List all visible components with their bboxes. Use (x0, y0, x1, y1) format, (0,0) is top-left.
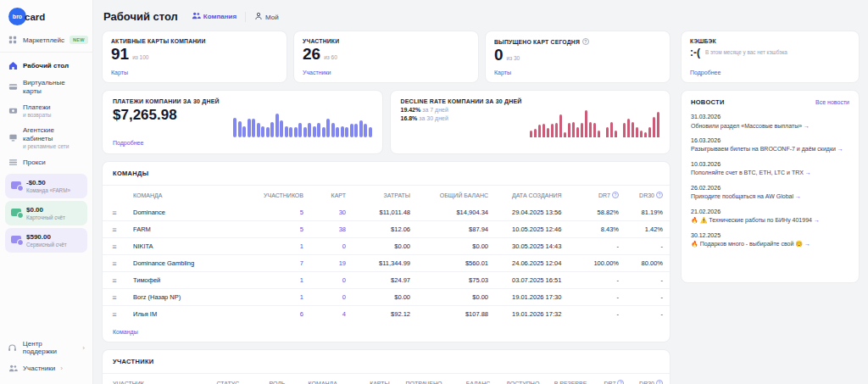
decline-bar (589, 122, 593, 137)
payments-bar (280, 120, 283, 137)
teams-col-дата создания: ДАТА СОЗДАНИЯ (495, 186, 580, 204)
teams-footer-link[interactable]: Команды (103, 322, 670, 342)
decline-bar (598, 131, 601, 137)
team-name[interactable]: Илья IM (126, 306, 254, 323)
payments-chart-info: ПЛАТЕЖИ КОМПАНИИ ЗА 30 ДНЕЙ $7,265.98 По… (113, 98, 220, 146)
team-cards-count[interactable]: 0 (310, 238, 353, 255)
payments-details-link[interactable]: Подробнее (113, 140, 220, 146)
decline-7d-label: за 7 дней (422, 107, 448, 113)
payments-bar (289, 127, 292, 137)
sidebar-footer-members[interactable]: Участники› (8, 359, 85, 377)
team-members-count[interactable]: 1 (254, 238, 310, 255)
decline-bar (644, 132, 648, 137)
participants-col-карты: КАРТЫ (360, 374, 397, 384)
team-members-count[interactable]: 7 (254, 255, 310, 272)
team-members-count[interactable]: 5 (254, 204, 310, 221)
team-members-count[interactable]: 5 (254, 221, 310, 238)
news-item-5[interactable]: 30.12.2025🔥 Подарков много - выбирайте с… (691, 232, 849, 248)
team-spend: $0.00 (353, 238, 417, 255)
help-icon[interactable]: ? (582, 38, 589, 45)
participants-section: УЧАСТНИКИ УЧАСТНИКСТАТУСРОЛЬКОМАНДАКАРТЫ… (102, 349, 670, 384)
table-row: ≡Илья IM64$92.12$107.8819.01.2026 17:32-… (103, 306, 670, 323)
drag-handle-icon[interactable]: ≡ (112, 293, 116, 302)
new-badge: NEW (70, 36, 88, 44)
news-header: НОВОСТИ Все новости (691, 98, 849, 106)
team-members-count[interactable]: 1 (254, 289, 310, 306)
stat-link[interactable]: Карты (494, 70, 661, 75)
team-cards-count[interactable]: 19 (310, 255, 353, 272)
team-name[interactable]: Dominance (126, 204, 254, 221)
people-icon (192, 11, 201, 22)
decline-7d-value: 19.42% (401, 107, 421, 113)
chevron-right-icon: › (60, 365, 63, 372)
drag-handle-icon[interactable]: ≡ (112, 310, 116, 319)
brocard-logo[interactable]: bro card (0, 0, 92, 31)
team-dr7: - (580, 272, 626, 289)
teams-col-затраты: ЗАТРАТЫ (353, 186, 417, 204)
sidebar-item-payments[interactable]: Платежии возвраты (0, 99, 92, 123)
drag-handle-icon[interactable]: ≡ (112, 242, 116, 251)
decline-bar (534, 129, 537, 137)
all-news-link[interactable]: Все новости (815, 99, 849, 105)
drag-cell: ≡ (103, 238, 126, 255)
team-cards-count[interactable]: 38 (310, 221, 353, 238)
drag-handle-icon[interactable]: ≡ (112, 209, 116, 217)
participants-col-потрачено: ПОТРАЧЕНО (397, 374, 449, 384)
wallet-item-2[interactable]: $590.00Сервисный счёт (5, 228, 87, 253)
sidebar-item-text: Платежии возвраты (23, 103, 52, 119)
team-created: 19.01.2026 17:30 (495, 289, 580, 306)
team-members-count[interactable]: 1 (254, 272, 310, 289)
decline-chart-title: DECLINE RATE КОМПАНИИ ЗА 30 ДНЕЙ (401, 98, 522, 104)
participants-header-row: УЧАСТНИКСТАТУСРОЛЬКОМАНДАКАРТЫПОТРАЧЕНОБ… (103, 374, 670, 384)
sidebar-item-agency[interactable]: Агентские кабинетыи рекламные сети (0, 122, 92, 153)
sidebar-item-proxy[interactable]: Прокси (0, 153, 92, 171)
stat-link[interactable]: Карты (111, 70, 278, 75)
team-members-count[interactable]: 6 (254, 306, 310, 323)
stat-link[interactable]: Участники (303, 70, 470, 75)
news-item-3[interactable]: 26.02.2026Приходите пообщаться на AW Glo… (691, 185, 849, 201)
news-item-2[interactable]: 10.03.2026Пополняйте счет в BTC, ETH, LT… (691, 161, 849, 177)
tab-company[interactable]: Компания (192, 11, 245, 22)
wallet-item-0[interactable]: -$0.50Команда «FARM» (5, 174, 87, 198)
team-cards-count[interactable]: 0 (310, 289, 353, 306)
logo-bro-circle: bro (8, 8, 26, 25)
team-cards-count[interactable]: 30 (310, 204, 353, 221)
team-name[interactable]: Dominance Gambling (126, 255, 254, 272)
news-item-0[interactable]: 31.03.2026Обновили раздел «Массовые выпл… (691, 114, 849, 130)
team-name[interactable]: FARM (126, 221, 254, 238)
tab-my[interactable]: Мой (245, 12, 287, 22)
team-name[interactable]: Borz (Назар NP) (126, 289, 254, 306)
drag-handle-icon[interactable]: ≡ (112, 259, 116, 268)
participants-col-баланс: БАЛАНС (448, 374, 497, 384)
news-date: 21.02.2026 (691, 209, 849, 214)
grid-icon (8, 36, 18, 44)
news-item-4[interactable]: 21.02.2026🔥 ⚠️ Технические работы по БИН… (691, 209, 849, 225)
dr-help-icon[interactable]: ? (656, 380, 663, 384)
wallet-label: Карточный счёт (26, 214, 65, 220)
team-cards-count[interactable]: 4 (310, 306, 353, 323)
teams-section: КОМАНДЫ КОМАНДАУЧАСТНИКОВКАРТЗАТРАТЫОБЩИ… (102, 161, 670, 342)
news-item-1[interactable]: 16.03.2026Разыгрываем билеты на BROCONF-… (691, 137, 849, 153)
wallet-item-1[interactable]: $0.00Карточный счёт (5, 201, 87, 225)
drag-handle-icon[interactable]: ≡ (112, 276, 116, 285)
team-name[interactable]: Тимофей (126, 272, 254, 289)
team-name[interactable]: NIKITA (126, 238, 254, 255)
sidebar-item-marketplace[interactable]: МаркетплейсNEW (0, 31, 92, 48)
team-balance: $87.94 (417, 221, 495, 238)
sidebar-footer-support[interactable]: Центр поддержки› (8, 336, 85, 359)
charts-row: ПЛАТЕЖИ КОМПАНИИ ЗА 30 ДНЕЙ $7,265.98 По… (102, 90, 670, 154)
sidebar-item-virtual-cards[interactable]: Виртуальные карты (0, 75, 92, 98)
stat-card-1: УЧАСТНИКИ26из 60Участники (293, 31, 479, 83)
news-card: НОВОСТИ Все новости 31.03.2026Обновили р… (681, 90, 860, 283)
team-spend: $11,011.48 (353, 204, 417, 221)
dr-help-icon[interactable]: ? (612, 192, 619, 198)
dr-help-icon[interactable]: ? (617, 380, 624, 384)
dr-help-icon[interactable]: ? (656, 192, 663, 198)
sidebar-footer: Центр поддержки›Участники› (0, 332, 92, 384)
sidebar-item-dashboard[interactable]: Рабочий стол (0, 57, 92, 75)
teams-title: КОМАНДЫ (103, 162, 670, 186)
cashback-details-link[interactable]: Подробнее (690, 70, 850, 75)
drag-handle-icon[interactable]: ≡ (112, 225, 116, 234)
team-cards-count[interactable]: 0 (310, 272, 353, 289)
table-row: ≡Dominance Gambling719$11,344.99$560.012… (103, 255, 670, 272)
